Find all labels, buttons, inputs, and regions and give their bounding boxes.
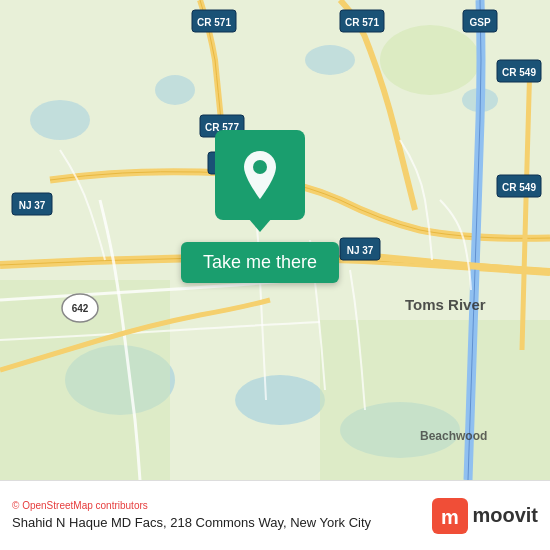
moovit-icon: m [432, 498, 468, 534]
svg-rect-9 [320, 320, 550, 480]
svg-text:CR 571: CR 571 [345, 17, 379, 28]
location-card: Take me there [155, 130, 365, 283]
take-me-there-button[interactable]: Take me there [181, 242, 339, 283]
svg-text:CR 549: CR 549 [502, 67, 536, 78]
svg-text:NJ 37: NJ 37 [19, 200, 46, 211]
svg-text:Beachwood: Beachwood [420, 429, 487, 443]
osm-link[interactable]: OpenStreetMap contributors [22, 500, 148, 511]
svg-point-33 [253, 160, 267, 174]
moovit-logo: m moovit [432, 498, 538, 534]
svg-point-2 [235, 375, 325, 425]
address-block: © OpenStreetMap contributors Shahid N Ha… [12, 500, 422, 532]
svg-text:m: m [442, 506, 460, 528]
svg-text:CR 549: CR 549 [502, 182, 536, 193]
pin-icon [238, 149, 282, 201]
svg-text:GSP: GSP [469, 17, 490, 28]
svg-text:Toms River: Toms River [405, 296, 486, 313]
svg-point-4 [30, 100, 90, 140]
svg-point-5 [155, 75, 195, 105]
svg-point-6 [305, 45, 355, 75]
svg-point-10 [380, 25, 480, 95]
map-area: NJ 37 NJ 37 NJ 37 CR 571 CR 571 GSP CR 5… [0, 0, 550, 480]
bottom-info-bar: © OpenStreetMap contributors Shahid N Ha… [0, 480, 550, 550]
svg-text:CR 571: CR 571 [197, 17, 231, 28]
location-pin-card [215, 130, 305, 220]
address-text: Shahid N Haque MD Facs, 218 Commons Way,… [12, 515, 422, 532]
osm-credit: © OpenStreetMap contributors [12, 500, 422, 511]
copyright-icon: © [12, 500, 19, 511]
svg-text:642: 642 [72, 303, 89, 314]
moovit-label: moovit [472, 504, 538, 527]
